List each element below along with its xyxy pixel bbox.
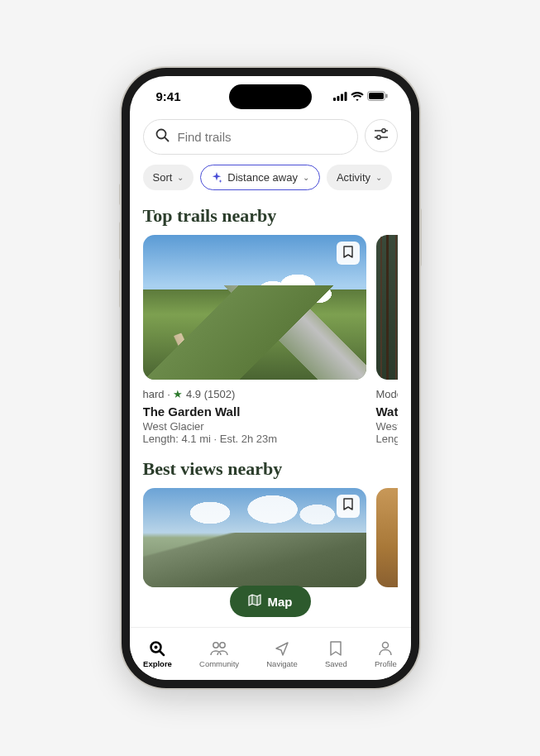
section-title-best-views: Best views nearby [143,458,398,480]
trail-card[interactable] [143,488,366,587]
trail-location: West [376,420,398,433]
trail-rating: 4.9 [186,388,201,400]
tab-label: Explore [143,659,172,668]
svg-line-8 [165,137,168,141]
main-content: Sort ⌄ Distance away ⌄ Activity ⌄ Top tr… [130,116,411,627]
star-icon: ★ [173,388,183,400]
search-input-container[interactable] [143,119,358,155]
phone-side-buttons-left [119,184,122,318]
trail-card-image [376,235,398,380]
phone-side-buttons-right [419,208,422,266]
trail-stats: Length: 4.1 mi · Est. 2h 23m [143,433,366,445]
svg-point-15 [155,646,158,649]
cellular-signal-icon [333,92,347,101]
trail-title: Wate [376,404,398,419]
bookmark-button[interactable] [337,242,360,265]
svg-rect-0 [333,98,336,101]
trail-card-image [376,488,398,587]
chevron-down-icon: ⌄ [177,173,184,182]
svg-point-18 [383,643,389,648]
sparkle-icon [211,172,222,184]
wifi-icon [351,92,364,101]
tab-saved[interactable]: Saved [325,639,347,668]
svg-rect-6 [385,94,387,98]
dynamic-island [229,84,312,109]
tab-label: Navigate [266,659,298,668]
tab-profile[interactable]: Profile [375,639,397,668]
chevron-down-icon: ⌄ [375,173,382,182]
filter-chips-row: Sort ⌄ Distance away ⌄ Activity ⌄ [143,165,398,190]
navigate-icon [273,639,291,658]
sliders-icon [375,128,388,143]
battery-icon [367,91,388,101]
trail-card-meta: hard · ★ 4.9 (1502) [143,386,366,403]
tab-explore[interactable]: Explore [143,639,172,668]
bookmark-icon [343,498,353,514]
tab-navigate[interactable]: Navigate [266,639,298,668]
trail-location: West Glacier [143,420,366,433]
tab-bar: Explore Community Navigate Saved [130,627,411,680]
filter-button[interactable] [365,119,398,152]
trail-card-image [143,488,366,587]
trail-reviews: (1502) [204,388,236,400]
saved-icon [327,639,345,658]
svg-rect-1 [337,96,339,101]
chevron-down-icon: ⌄ [303,173,309,182]
chip-distance-away[interactable]: Distance away ⌄ [200,165,320,190]
trail-card-image [143,235,366,380]
svg-point-12 [376,136,380,139]
profile-icon [376,639,394,658]
explore-icon [148,639,166,658]
chip-activity[interactable]: Activity ⌄ [327,165,392,190]
tab-community[interactable]: Community [199,639,239,668]
bookmark-button[interactable] [337,495,360,518]
tab-label: Community [199,659,239,668]
svg-point-17 [220,643,225,648]
trail-title: The Garden Wall [143,404,366,419]
section-title-top-trails: Top trails nearby [143,205,398,227]
svg-rect-5 [369,93,384,99]
chip-sort[interactable]: Sort ⌄ [143,165,194,190]
trail-difficulty: hard [143,388,165,400]
chip-label: Activity [337,171,370,184]
trail-card[interactable] [376,488,398,587]
community-icon [210,639,228,658]
svg-line-14 [160,651,164,655]
trail-card[interactable]: hard · ★ 4.9 (1502) The Garden Wall West… [143,235,366,445]
trail-card[interactable]: Mode Wate West Lengt [376,235,398,445]
search-icon [155,128,170,146]
phone-frame: 9:41 [122,68,419,688]
chip-label: Sort [153,171,173,184]
screen: 9:41 [130,76,411,680]
best-views-carousel[interactable] [143,488,398,587]
chip-label: Distance away [227,171,298,184]
trail-length: Lengt [376,433,398,445]
map-button-label: Map [268,595,293,609]
bookmark-icon [343,246,353,261]
map-icon [248,594,261,609]
map-button[interactable]: Map [230,586,311,617]
svg-rect-3 [344,92,346,101]
svg-rect-2 [341,93,343,101]
trail-difficulty: Mode [376,386,398,403]
tab-label: Saved [325,659,347,668]
status-time: 9:41 [156,89,181,103]
search-input[interactable] [178,130,346,144]
svg-point-10 [381,129,385,132]
svg-point-16 [213,643,218,648]
tab-label: Profile [375,659,397,668]
top-trails-carousel[interactable]: hard · ★ 4.9 (1502) The Garden Wall West… [143,235,398,445]
